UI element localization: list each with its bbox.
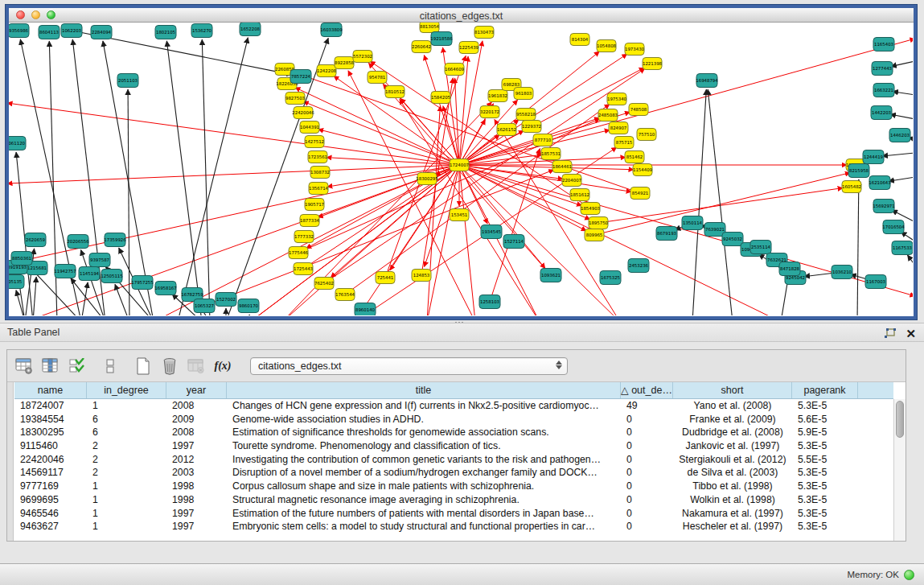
table-cell[interactable]: 22420046 [14,453,87,467]
table-cell[interactable]: 5.3E-5 [792,439,858,453]
graph-edge[interactable] [178,38,248,315]
table-cell[interactable]: Disruption of a novel member of a sodium… [227,466,621,480]
table-cell[interactable]: 6 [87,426,166,439]
table-cell[interactable]: 0 [621,413,673,426]
table-cell[interactable]: 19384554 [14,413,87,426]
table-cell[interactable]: Tourette syndrome. Phenomenology and cla… [227,439,621,453]
table-cell[interactable]: Investigating the contribution of common… [227,453,621,467]
table-cell[interactable]: Franke et al. (2009) [673,413,792,426]
zoom-button[interactable] [47,10,55,19]
table-cell[interactable]: 1997 [166,507,227,521]
vertical-scrollbar[interactable] [893,399,906,541]
table-cell[interactable]: 9465546 [14,507,87,521]
table-row[interactable]: 946554611997Estimation of the future num… [14,507,893,521]
table-cell[interactable]: 2008 [166,399,227,413]
table-cell[interactable]: 1997 [166,520,227,534]
table-cell[interactable]: 5.3E-5 [792,493,858,507]
table-row[interactable]: 1456911722003Disruption of a novel membe… [14,466,893,480]
table-cell[interactable]: 0 [621,520,673,534]
table-cell[interactable]: 5.3E-5 [792,507,858,521]
table-cell[interactable]: 0 [621,439,673,453]
table-cell[interactable]: 5.3E-5 [792,399,858,413]
column-header-out_de[interactable]: △ out_de… [621,382,673,398]
table-cell[interactable]: 0 [621,480,673,493]
delete-column-icon[interactable] [159,356,180,377]
table-mode-icon[interactable] [14,356,35,377]
table-cell[interactable]: 1 [87,507,166,521]
table-cell[interactable]: 5.6E-5 [792,413,858,426]
graph-edge[interactable] [891,61,913,67]
table-cell[interactable]: Estimation of the future numbers of pati… [227,507,621,521]
table-cell[interactable]: 0 [621,493,673,507]
graph-edge[interactable] [907,255,913,266]
network-canvas[interactable]: 1724007226085818226058982750322420046104… [9,23,914,315]
graph-edge[interactable] [298,118,600,253]
table-selector-dropdown[interactable]: citations_edges.txt [250,357,568,375]
close-panel-icon[interactable]: ✕ [906,328,916,340]
table-cell[interactable]: 49 [621,399,673,413]
graph-edge[interactable] [889,177,913,181]
table-cell[interactable]: 9115460 [14,439,87,453]
select-columns-icon[interactable] [67,356,88,377]
table-cell[interactable]: 2009 [166,413,227,426]
table-row[interactable]: 911546021997Tourette syndrome. Phenomeno… [14,439,893,453]
graph-edge[interactable] [33,277,36,315]
table-cell[interactable]: 1998 [166,493,227,507]
table-row[interactable]: 1872400712008Changes of HCN gene express… [14,399,893,413]
table-cell[interactable]: 18724007 [14,399,87,413]
table-cell[interactable]: 0 [621,507,673,521]
table-cell[interactable]: 2 [87,466,166,480]
table-row[interactable]: 969969511998Structural magnetic resonanc… [14,493,893,507]
table-cell[interactable]: 5.3E-5 [792,466,858,480]
table-cell[interactable]: 1 [87,480,166,493]
table-cell[interactable]: Embryonic stem cells: a model to study s… [227,520,621,534]
graph-edge[interactable] [692,89,706,315]
table-cell[interactable]: 5.9E-5 [792,426,858,439]
graph-edge[interactable] [400,99,540,315]
row-height-icon[interactable] [100,356,121,377]
table-cell[interactable]: Estimation of significance thresholds fo… [227,426,621,439]
table-cell[interactable]: Yano et al. (2008) [673,399,792,413]
table-cell[interactable]: 2 [87,439,166,453]
new-column-icon[interactable] [133,356,154,377]
graph-edge[interactable] [293,72,640,193]
graph-edge[interactable] [857,179,859,315]
show-columns-icon[interactable] [40,356,61,377]
float-panel-icon[interactable] [884,328,896,339]
table-cell[interactable]: 1998 [166,480,227,493]
network-window-titlebar[interactable]: citations_edges.txt [9,8,914,23]
table-row[interactable]: 977716911998Corpus callosum shape and si… [14,480,893,493]
delete-table-icon[interactable] [186,356,207,377]
column-header-name[interactable]: name [14,382,87,398]
graph-edge[interactable] [890,114,913,119]
close-button[interactable] [16,10,25,19]
graph-edge[interactable] [115,284,129,315]
column-header-pagerank[interactable]: pagerank [792,382,858,398]
table-cell[interactable]: 2008 [166,426,227,439]
graph-edge[interactable] [893,92,913,95]
table-cell[interactable]: 1 [87,520,166,534]
graph-edge[interactable] [249,315,250,315]
table-cell[interactable]: 14569117 [14,466,87,480]
table-cell[interactable]: 2012 [166,453,227,467]
table-cell[interactable]: Jankovic et al. (1997) [673,439,792,453]
table-row[interactable]: 2242004622012Investigating the contribut… [14,453,893,467]
table-cell[interactable]: Corpus callosum shape and size in male p… [227,480,621,493]
graph-edge[interactable] [9,165,459,264]
table-cell[interactable]: Genome-wide association studies in ADHD. [227,413,621,426]
table-cell[interactable]: 9463627 [14,520,87,534]
graph-edge[interactable] [202,39,210,315]
table-cell[interactable]: 9777169 [14,480,87,493]
table-cell[interactable]: 0 [621,466,673,480]
table-cell[interactable]: 0 [621,426,673,439]
column-header-short[interactable]: short [673,382,792,398]
column-header-in_degree[interactable]: in_degree [87,382,166,398]
table-cell[interactable]: Stergiakouli et al. (2012) [673,453,792,467]
table-cell[interactable]: 6 [87,413,166,426]
table-cell[interactable]: Structural magnetic resonance image aver… [227,493,621,507]
table-cell[interactable]: Wolkin et al. (1998) [673,493,792,507]
table-cell[interactable]: Tibbo et al. (1998) [673,480,792,493]
table-cell[interactable]: Hescheler et al. (1997) [673,520,792,534]
graph-edge[interactable] [166,41,202,315]
graph-edge[interactable] [324,68,645,283]
